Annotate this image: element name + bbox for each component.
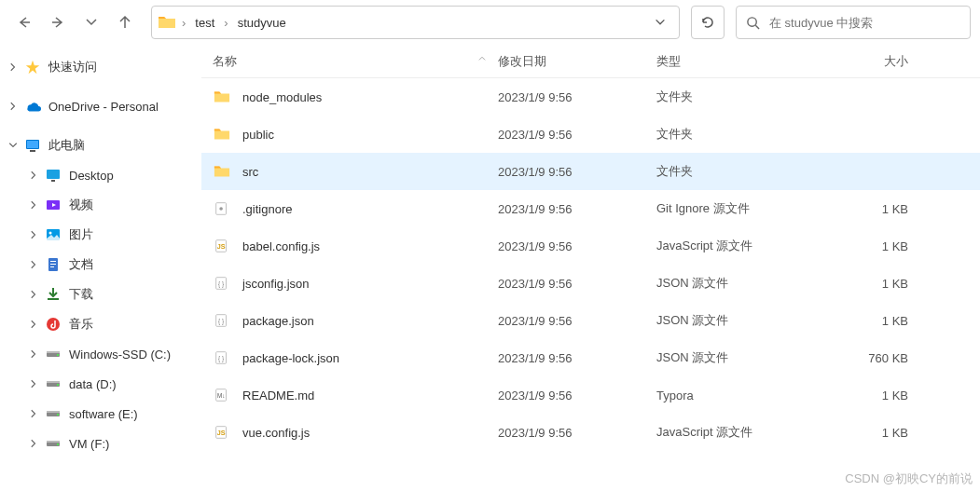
file-type: JSON 源文件 [656,275,843,292]
up-button[interactable] [110,7,140,37]
search-input[interactable] [769,16,960,30]
download-icon [45,286,62,303]
address-bar[interactable]: › test › studyvue [151,6,680,39]
refresh-button[interactable] [691,6,725,39]
sidebar-item-onedrive[interactable]: OneDrive - Personal [0,91,201,121]
sidebar-item-drive-c[interactable]: Windows-SSD (C:) [0,339,201,369]
file-size: 1 KB [843,239,927,253]
sidebar-item-label: 下载 [69,286,201,303]
chevron-right-icon[interactable] [26,227,41,242]
sidebar-item-drive-d[interactable]: data (D:) [0,369,201,399]
file-date: 2023/1/9 9:56 [498,202,656,216]
search-box[interactable] [736,6,971,39]
file-type: JSON 源文件 [656,349,843,366]
sidebar-item-drive-f[interactable]: VM (F:) [0,429,201,458]
file-name: .gitignore [242,202,292,216]
breadcrumb-item[interactable]: test [189,12,220,34]
pc-icon [24,137,41,154]
file-row[interactable]: .gitignore2023/1/9 9:56Git Ignore 源文件1 K… [201,190,980,227]
toolbar: › test › studyvue [0,0,980,45]
column-header-name[interactable]: 名称 [213,53,498,70]
sidebar-item-downloads[interactable]: 下载 [0,280,201,309]
sidebar-item-label: software (E:) [69,407,201,421]
file-list: node_modules2023/1/9 9:56文件夹public2023/1… [201,78,980,451]
file-name: src [242,165,258,179]
forward-button[interactable] [43,7,73,37]
recent-dropdown-button[interactable] [76,7,106,37]
file-date: 2023/1/9 9:56 [498,351,656,365]
file-type: JSON 源文件 [656,312,843,329]
breadcrumb-item[interactable]: studyvue [232,12,292,34]
file-date: 2023/1/9 9:56 [498,277,656,291]
chevron-right-icon[interactable] [26,198,41,212]
file-row[interactable]: package.json2023/1/9 9:56JSON 源文件1 KB [201,302,980,339]
file-date: 2023/1/9 9:56 [498,314,656,328]
file-date: 2023/1/9 9:56 [498,426,656,440]
chevron-right-icon[interactable] [26,436,41,451]
chevron-down-icon[interactable] [6,138,21,153]
sidebar-item-label: Desktop [69,169,201,183]
file-row[interactable]: src2023/1/9 9:56文件夹 [201,153,980,190]
json-icon [213,274,231,293]
file-row[interactable]: package-lock.json2023/1/9 9:56JSON 源文件76… [201,339,980,376]
chevron-right-icon[interactable] [26,317,41,332]
chevron-right-icon[interactable] [26,168,41,183]
sidebar-item-documents[interactable]: 文档 [0,250,201,280]
chevron-right-icon[interactable] [26,347,41,361]
file-name: package-lock.json [242,351,339,365]
sidebar-item-this-pc[interactable]: 此电脑 [0,130,201,160]
sidebar-item-label: 快速访问 [48,59,201,75]
file-date: 2023/1/9 9:56 [498,389,656,402]
folder-icon [213,125,231,143]
json-icon [213,311,231,330]
file-row[interactable]: vue.config.js2023/1/9 9:56JavaScript 源文件… [201,414,980,451]
md-icon [213,386,231,404]
chevron-right-icon[interactable] [26,406,41,421]
file-row[interactable]: babel.config.js2023/1/9 9:56JavaScript 源… [201,227,980,265]
chevron-right-icon[interactable] [26,257,41,272]
column-header-type[interactable]: 类型 [656,53,843,70]
file-size: 1 KB [843,277,927,291]
chevron-right-icon[interactable] [26,287,41,302]
file-name: babel.config.js [242,239,320,253]
file-name: vue.config.js [242,426,310,440]
sort-ascending-icon [477,54,487,68]
file-size: 760 KB [843,351,927,365]
sidebar-item-label: 此电脑 [48,137,201,154]
file-name: public [242,128,274,142]
address-dropdown-button[interactable] [647,9,673,35]
js-icon [213,237,231,255]
file-row[interactable]: public2023/1/9 9:56文件夹 [201,116,980,153]
sidebar-item-desktop[interactable]: Desktop [0,160,201,190]
column-header-size[interactable]: 大小 [843,53,927,70]
file-row[interactable]: README.md2023/1/9 9:56Typora1 KB [201,376,980,414]
back-button[interactable] [9,7,39,37]
column-header-label: 类型 [656,54,681,68]
sidebar-item-music[interactable]: 音乐 [0,309,201,339]
file-row[interactable]: jsconfig.json2023/1/9 9:56JSON 源文件1 KB [201,265,980,302]
file-name: README.md [242,389,314,402]
drive-icon [45,405,62,422]
file-date: 2023/1/9 9:56 [498,90,656,104]
column-header-date[interactable]: 修改日期 [498,53,656,70]
file-row[interactable]: node_modules2023/1/9 9:56文件夹 [201,78,980,116]
file-size: 1 KB [843,202,927,216]
file-size: 1 KB [843,314,927,328]
column-header-label: 修改日期 [498,54,546,68]
chevron-right-icon: › [182,16,186,30]
sidebar-item-label: 音乐 [69,316,201,333]
chevron-right-icon[interactable] [26,376,41,391]
main: 快速访问 OneDrive - Personal 此电脑 Desktop 视频 [0,45,980,491]
file-date: 2023/1/9 9:56 [498,128,656,142]
file-type: 文件夹 [656,89,843,105]
sidebar-item-quick-access[interactable]: 快速访问 [0,52,201,82]
sidebar-item-pictures[interactable]: 图片 [0,220,201,250]
folder-icon [213,88,231,106]
sidebar-item-videos[interactable]: 视频 [0,190,201,220]
onedrive-icon [24,98,41,115]
chevron-right-icon[interactable] [6,60,21,75]
chevron-right-icon[interactable] [6,99,21,114]
json-icon [213,348,231,367]
sidebar-item-drive-e[interactable]: software (E:) [0,399,201,429]
breadcrumb: › test › studyvue [182,12,647,34]
